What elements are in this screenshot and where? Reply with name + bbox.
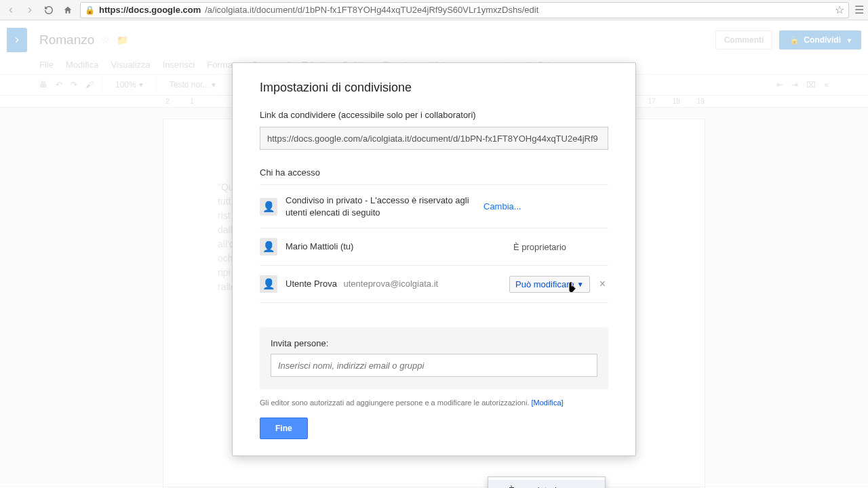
done-button[interactable]: Fine (260, 418, 308, 439)
permission-option-owner[interactable]: È proprietario (488, 480, 605, 488)
collaborator-name: Utente Prova (285, 279, 337, 289)
owner-role: È proprietario (513, 242, 566, 252)
remove-collaborator-button[interactable]: × (597, 278, 608, 290)
invite-people-input[interactable] (271, 354, 597, 377)
person-icon: 👤 (260, 238, 277, 256)
home-button[interactable] (61, 3, 75, 17)
back-button[interactable] (4, 3, 18, 17)
browser-toolbar: 🔒 https://docs.google.com /a/icolgiata.i… (0, 0, 868, 20)
access-collaborator-row: 👤 Utente Prova utenteprova@icolgiata.it … (260, 266, 608, 302)
editor-permissions-note: Gli editor sono autorizzati ad aggiunger… (260, 399, 608, 407)
lock-icon: 🔒 (85, 5, 95, 15)
privacy-description: Condiviso in privato - L'accesso è riser… (285, 195, 475, 218)
modify-permissions-link[interactable]: [Modifica] (532, 399, 564, 407)
invite-section: Invita persone: (260, 327, 608, 389)
person-icon: 👤 (260, 275, 277, 293)
owner-name: Mario Mattioli (tu) (285, 241, 505, 253)
url-host: https://docs.google.com (99, 5, 201, 15)
browser-menu-icon[interactable]: ☰ (854, 3, 864, 16)
dropdown-caret-icon: ▼ (577, 281, 584, 288)
access-privacy-row: 👤 Condiviso in privato - L'accesso è ris… (260, 185, 608, 228)
bookmark-star-icon[interactable]: ☆ (835, 3, 844, 16)
share-link-label: Link da condividere (accessibile solo pe… (260, 110, 608, 120)
address-bar[interactable]: 🔒 https://docs.google.com /a/icolgiata.i… (80, 2, 849, 18)
collaborator-email: utenteprova@icolgiata.it (344, 279, 439, 289)
url-path: /a/icolgiata.it/document/d/1bPN-fx1FT8YO… (205, 5, 538, 15)
permission-dropdown-button[interactable]: Può modificare ▼ (509, 276, 590, 293)
permission-dropdown-menu: È proprietario ✓ Può modificare Può comm… (488, 476, 606, 488)
share-link-input[interactable] (260, 127, 608, 150)
dialog-title: Impostazioni di condivisione (260, 81, 608, 95)
invite-label: Invita persone: (271, 338, 597, 348)
sharing-settings-dialog: Impostazioni di condivisione Link da con… (232, 62, 636, 456)
reload-button[interactable] (42, 3, 56, 17)
permission-current: Può modificare (515, 279, 574, 289)
privacy-icon: 👤 (260, 198, 277, 216)
who-has-access-label: Chi ha accesso (260, 167, 608, 178)
access-owner-row: 👤 Mario Mattioli (tu) È proprietario (260, 228, 608, 266)
forward-button[interactable] (23, 3, 37, 17)
change-privacy-link[interactable]: Cambia... (484, 201, 521, 211)
